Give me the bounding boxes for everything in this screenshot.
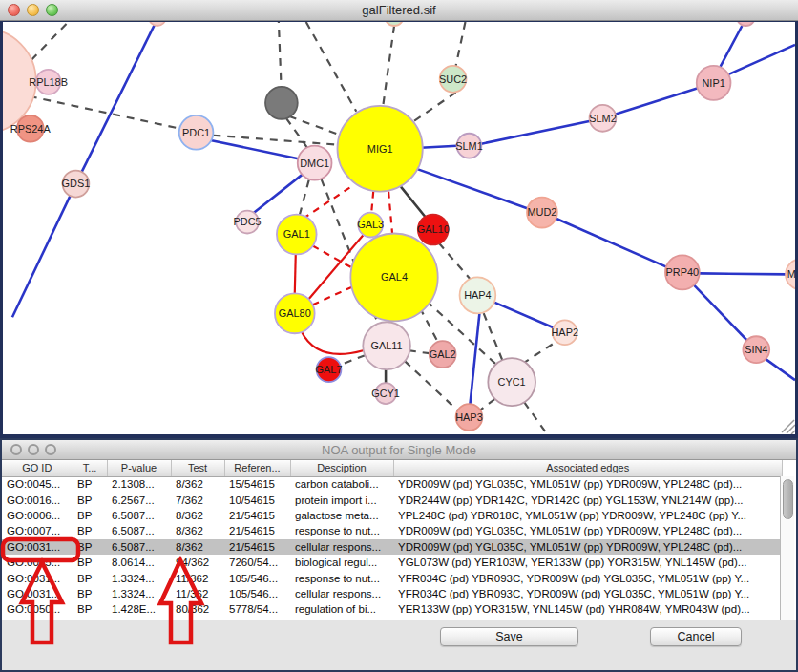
table-cell[interactable]: GO:0016... xyxy=(2,492,73,507)
table-cell[interactable]: carbon cataboli... xyxy=(290,476,393,492)
network-edge[interactable] xyxy=(556,219,668,268)
table-cell[interactable]: GO:0007... xyxy=(2,523,73,538)
network-edge[interactable] xyxy=(75,22,157,184)
network-edge[interactable] xyxy=(209,140,300,159)
table-cell[interactable]: BP xyxy=(73,508,107,523)
table-cell[interactable]: YDR009W (pd) YGL035C, YML051W (pp) YDR00… xyxy=(393,523,783,538)
network-edge[interactable] xyxy=(279,22,282,94)
network-edge[interactable] xyxy=(32,22,70,60)
table-cell[interactable]: 105/546... xyxy=(224,570,290,585)
table-cell[interactable]: 6.5087... xyxy=(107,539,171,555)
table-cell[interactable]: YER133W (pp) YOR315W, YNL145W (pd) YHR08… xyxy=(393,601,783,617)
table-row[interactable]: GO:0016...BP6.2567...7/36210/54615protei… xyxy=(2,492,783,507)
table-cell[interactable]: 1.3324... xyxy=(107,586,171,601)
table-cell[interactable]: YPL248C (pd) YBR018C, YML051W (pp) YDR00… xyxy=(393,508,783,523)
table-cell[interactable]: 7/362 xyxy=(171,492,224,507)
table-cell[interactable]: 10/54615 xyxy=(224,492,290,507)
network-edge[interactable] xyxy=(456,22,466,66)
scrollbar-thumb[interactable] xyxy=(783,479,793,519)
table-cell[interactable]: YDR009W (pd) YGL035C, YML051W (pp) YDR00… xyxy=(393,539,783,555)
network-edge[interactable] xyxy=(213,136,338,145)
table-row[interactable]: GO:0065...BP8.0614...94/3627260/54...bio… xyxy=(2,555,783,570)
table-cell[interactable]: 8/362 xyxy=(171,476,224,492)
network-edge[interactable] xyxy=(409,350,430,353)
table-cell[interactable]: GO:0065... xyxy=(2,555,73,570)
table-cell[interactable]: response to nut... xyxy=(290,570,393,585)
network-edge[interactable] xyxy=(729,45,795,74)
network-edge[interactable] xyxy=(721,26,743,67)
network-edge[interactable] xyxy=(494,302,554,327)
network-node[interactable] xyxy=(265,87,298,119)
column-header-referen[interactable]: Referen... xyxy=(224,460,290,476)
graph-window-titlebar[interactable]: galFiltered.sif xyxy=(0,0,798,21)
table-cell[interactable]: cellular respons... xyxy=(290,586,393,601)
table-cell[interactable]: YFR034C (pd) YBR093C, YDR009W (pd) YGL03… xyxy=(393,586,783,601)
table-cell[interactable]: GO:0045... xyxy=(2,476,73,492)
network-edge[interactable] xyxy=(306,22,357,112)
table-row[interactable]: GO:0031...BP6.5087...8/36221/54615cellul… xyxy=(2,539,783,555)
network-edge[interactable] xyxy=(401,187,426,218)
network-node[interactable] xyxy=(149,22,166,26)
table-cell[interactable]: GO:0031... xyxy=(2,570,73,585)
network-edge[interactable] xyxy=(12,184,76,318)
table-cell[interactable]: BP xyxy=(73,476,107,492)
network-edge[interactable] xyxy=(524,402,546,432)
table-cell[interactable]: galactose meta... xyxy=(290,508,393,523)
network-edge[interactable] xyxy=(313,286,353,304)
network-edge[interactable] xyxy=(371,192,373,213)
table-row[interactable]: GO:0031...BP1.3324...11/362105/546...res… xyxy=(2,570,783,585)
table-cell[interactable]: 15/54615 xyxy=(224,476,290,492)
table-cell[interactable]: BP xyxy=(73,555,107,570)
network-node[interactable] xyxy=(385,22,404,26)
network-edge[interactable] xyxy=(302,331,364,354)
table-cell[interactable]: 11/362 xyxy=(171,586,224,601)
vertical-scrollbar[interactable] xyxy=(780,476,794,620)
network-edge[interactable] xyxy=(522,341,557,364)
table-cell[interactable]: YFR034C (pd) YBR093C, YDR009W (pd) YGL03… xyxy=(393,570,783,585)
table-cell[interactable]: 8/362 xyxy=(171,523,224,538)
network-edge[interactable] xyxy=(388,192,392,234)
table-cell[interactable]: BP xyxy=(73,570,107,585)
network-edge[interactable] xyxy=(766,359,795,380)
table-cell[interactable]: YGL073W (pd) YER103W, YER133W (pp) YOR31… xyxy=(393,555,783,570)
table-cell[interactable]: 2.1308... xyxy=(107,476,171,492)
network-edge[interactable] xyxy=(383,26,394,107)
network-edge[interactable] xyxy=(700,273,787,274)
network-edge[interactable] xyxy=(615,88,699,115)
table-cell[interactable]: 8/362 xyxy=(171,539,224,555)
network-svg[interactable]: RPL18BRPS24APDC1GDS1PDC5DMC1MIG1SUC2SLM1… xyxy=(3,22,795,434)
network-edge[interactable] xyxy=(421,146,457,148)
column-header-goid[interactable]: GO ID xyxy=(2,460,73,476)
table-cell[interactable]: biological regul... xyxy=(290,555,393,570)
table-cell[interactable]: BP xyxy=(73,523,107,538)
table-cell[interactable]: BP xyxy=(73,539,107,555)
network-edge[interactable] xyxy=(253,172,306,214)
network-edge[interactable] xyxy=(439,242,472,280)
table-cell[interactable]: 21/54615 xyxy=(224,523,290,538)
table-cell[interactable]: 11/362 xyxy=(171,570,224,585)
network-edge[interactable] xyxy=(340,355,365,365)
table-cell[interactable]: 94/362 xyxy=(171,555,224,570)
network-edge[interactable] xyxy=(481,121,590,144)
network-edge[interactable] xyxy=(405,361,458,410)
table-cell[interactable]: BP xyxy=(73,492,107,507)
table-cell[interactable]: 6.5087... xyxy=(107,523,171,538)
column-header-t[interactable]: T... xyxy=(73,460,107,476)
network-edge[interactable] xyxy=(300,180,309,216)
network-edge[interactable] xyxy=(295,254,296,293)
column-header-desciption[interactable]: Desciption xyxy=(290,460,393,476)
network-edge[interactable] xyxy=(414,93,456,121)
table-cell[interactable]: BP xyxy=(73,586,107,601)
network-edge[interactable] xyxy=(694,284,748,341)
table-cell[interactable]: 1.428E... xyxy=(107,601,171,617)
table-cell[interactable]: 8/362 xyxy=(171,508,224,523)
table-cell[interactable]: BP xyxy=(73,601,107,617)
table-cell[interactable]: 80/362 xyxy=(171,601,224,617)
table-row[interactable]: GO:0007...BP6.5087...8/36221/54615respon… xyxy=(2,523,783,538)
table-cell[interactable]: 6.2567... xyxy=(107,492,171,507)
cancel-button[interactable]: Cancel xyxy=(650,627,742,646)
table-cell[interactable]: YDR244W (pp) YDR142C, YDR142C (pp) YGL15… xyxy=(393,492,783,507)
table-row[interactable]: GO:0031...BP1.3324...11/362105/546...cel… xyxy=(2,586,783,601)
network-edge[interactable] xyxy=(479,399,494,410)
table-row[interactable]: GO:0045...BP2.1308...8/36215/54615carbon… xyxy=(2,476,783,492)
